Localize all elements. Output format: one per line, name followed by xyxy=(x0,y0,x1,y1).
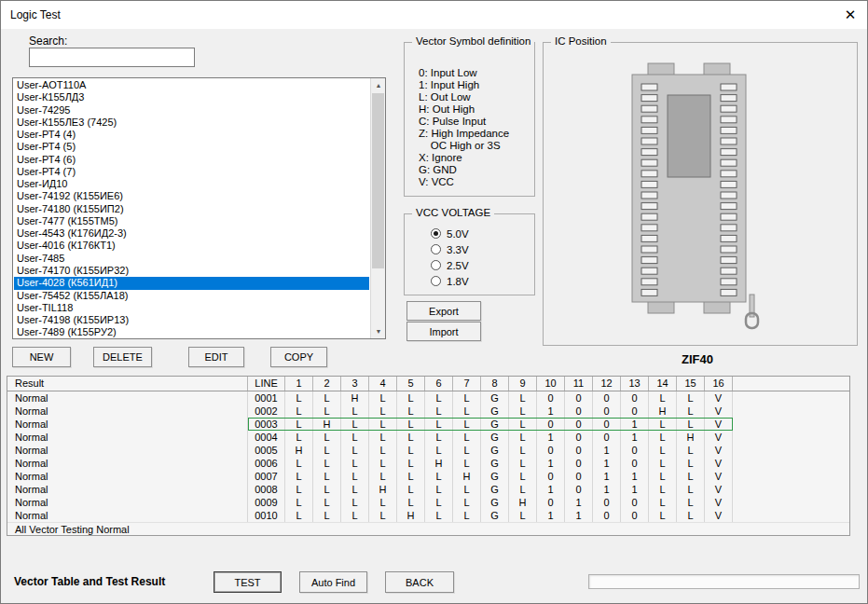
list-item[interactable]: User-К155ЛЕ3 (7425) xyxy=(14,117,369,129)
pin-cell: L xyxy=(369,509,397,522)
list-item[interactable]: User-РТ4 (7) xyxy=(14,166,369,178)
row-filler xyxy=(733,405,849,418)
export-button[interactable]: Export xyxy=(406,301,481,321)
list-item[interactable]: User-4016 (К176КТ1) xyxy=(14,240,369,252)
pin-slot xyxy=(641,192,657,199)
table-header-cell: 9 xyxy=(509,377,537,391)
listbox-scrollbar[interactable]: ▲ ▼ xyxy=(370,78,385,338)
pin-cell: L xyxy=(285,405,313,418)
pin-slot xyxy=(641,105,657,112)
pin-cell: L xyxy=(313,431,341,444)
table-body: Normal0001LLHLLLLGL0000LLVNormal0002LLLL… xyxy=(7,391,849,522)
scroll-down-icon[interactable]: ▼ xyxy=(371,324,386,338)
result-cell: Normal xyxy=(7,470,248,483)
pin-slot xyxy=(721,159,737,166)
list-item[interactable]: User-74192 (К155ИЕ6) xyxy=(14,190,369,202)
list-item[interactable]: User-74198 (К155ИР13) xyxy=(14,314,369,326)
scrollbar-thumb[interactable] xyxy=(372,93,384,268)
pin-cell: 1 xyxy=(621,470,649,483)
vector-symbol-line: V: VCC xyxy=(419,176,534,188)
delete-button[interactable]: DELETE xyxy=(93,347,152,367)
pin-cell: 1 xyxy=(537,431,565,444)
status-label: Vector Table and Test Result xyxy=(14,571,165,592)
pin-cell: 1 xyxy=(621,431,649,444)
pin-cell: L xyxy=(313,470,341,483)
list-item[interactable]: User-7477 (К155ТМ5) xyxy=(14,215,369,227)
pin-cell: L xyxy=(425,405,453,418)
vcc-option[interactable]: 2.5V xyxy=(431,257,534,273)
vector-symbol-line: G: GND xyxy=(419,164,534,176)
pin-slot xyxy=(641,149,657,156)
edit-button[interactable]: EDIT xyxy=(188,347,244,367)
list-item[interactable]: User-РТ4 (4) xyxy=(14,129,369,141)
pin-cell: G xyxy=(481,496,509,509)
pin-cell: L xyxy=(397,457,425,470)
table-header-cell: 15 xyxy=(677,377,705,391)
list-item[interactable]: User-РТ4 (6) xyxy=(14,154,369,166)
list-item[interactable]: User-75452 (К155ЛА18) xyxy=(14,290,369,302)
vector-symbol-group: Vector Symbol definition 0: Input Low1: … xyxy=(404,42,535,197)
pin-cell: L xyxy=(677,391,705,405)
pin-slot xyxy=(641,257,657,264)
table-header-cell: Result xyxy=(7,377,248,391)
close-icon[interactable]: ✕ xyxy=(834,1,867,29)
vector-symbol-line: X: Ignore xyxy=(419,152,534,164)
list-item[interactable]: User-7485 xyxy=(14,253,369,265)
pin-slot xyxy=(721,225,737,231)
pin-cell: L xyxy=(677,444,705,457)
pin-slot xyxy=(721,181,737,187)
pin-cell: G xyxy=(481,457,509,470)
list-item[interactable]: User-74180 (К155ИП2) xyxy=(14,203,369,215)
vcc-option[interactable]: 1.8V xyxy=(431,273,534,289)
pin-cell: 1 xyxy=(565,496,593,509)
search-input[interactable] xyxy=(29,48,195,67)
pin-cell: L xyxy=(509,470,537,483)
pin-slot xyxy=(721,105,737,112)
pin-slot xyxy=(641,117,657,123)
back-button[interactable]: BACK xyxy=(385,571,454,593)
pin-cell: V xyxy=(705,391,733,405)
pin-cell: 1 xyxy=(593,444,621,457)
pin-cell: H xyxy=(397,509,425,522)
radio-icon xyxy=(431,260,441,270)
vcc-option[interactable]: 3.3V xyxy=(431,241,534,257)
pin-slot xyxy=(721,192,737,199)
pin-cell: 1 xyxy=(593,470,621,483)
list-item[interactable]: User-74295 xyxy=(14,104,369,117)
table-header-cell: 8 xyxy=(481,377,509,391)
inserted-chip xyxy=(668,95,710,177)
table-row: Normal0004LLLLLLLGL1001LHV xyxy=(7,431,849,444)
table-row: Normal0010LLLLHLLGL1100LLV xyxy=(7,509,849,522)
pin-slot xyxy=(641,225,657,231)
row-filler xyxy=(733,444,849,457)
result-cell: Normal xyxy=(7,457,248,470)
vcc-option-label: 3.3V xyxy=(447,244,469,255)
pin-cell: V xyxy=(705,509,733,522)
list-item[interactable]: User-ИД10 xyxy=(14,178,369,190)
result-cell: Normal xyxy=(7,444,248,457)
chip-listbox[interactable]: User-AOT110AUser-К155ЛД3User-74295User-К… xyxy=(12,77,386,339)
list-item[interactable]: User-AOT110A xyxy=(14,79,369,91)
pin-cell: G xyxy=(481,483,509,496)
vcc-option[interactable]: 5.0V xyxy=(431,226,534,241)
pin-cell: 0 xyxy=(565,444,593,457)
list-item[interactable]: User-7489 (К155РУ2) xyxy=(14,326,369,337)
pin-cell: L xyxy=(313,483,341,496)
list-item[interactable]: User-РТ4 (5) xyxy=(14,141,369,153)
pin-cell: V xyxy=(705,418,733,431)
pin-cell: 0 xyxy=(621,457,649,470)
line-cell: 0010 xyxy=(248,509,285,522)
list-item[interactable]: User-TIL118 xyxy=(14,302,369,314)
copy-button[interactable]: COPY xyxy=(270,347,327,367)
import-button[interactable]: Import xyxy=(406,322,481,341)
pin-cell: L xyxy=(425,470,453,483)
test-button[interactable]: TEST xyxy=(214,571,282,593)
auto-find-button[interactable]: Auto Find xyxy=(299,571,367,593)
list-item[interactable]: User-4028 (К561ИД1) xyxy=(14,277,369,289)
table-row: Normal0003LHLLLLLGL0001LLV xyxy=(7,418,849,431)
new-button[interactable]: NEW xyxy=(12,347,71,367)
list-item[interactable]: User-74170 (К155ИР32) xyxy=(14,265,369,277)
list-item[interactable]: User-К155ЛД3 xyxy=(14,91,369,103)
scroll-up-icon[interactable]: ▲ xyxy=(371,78,386,92)
list-item[interactable]: User-4543 (К176ИД2-3) xyxy=(14,227,369,240)
